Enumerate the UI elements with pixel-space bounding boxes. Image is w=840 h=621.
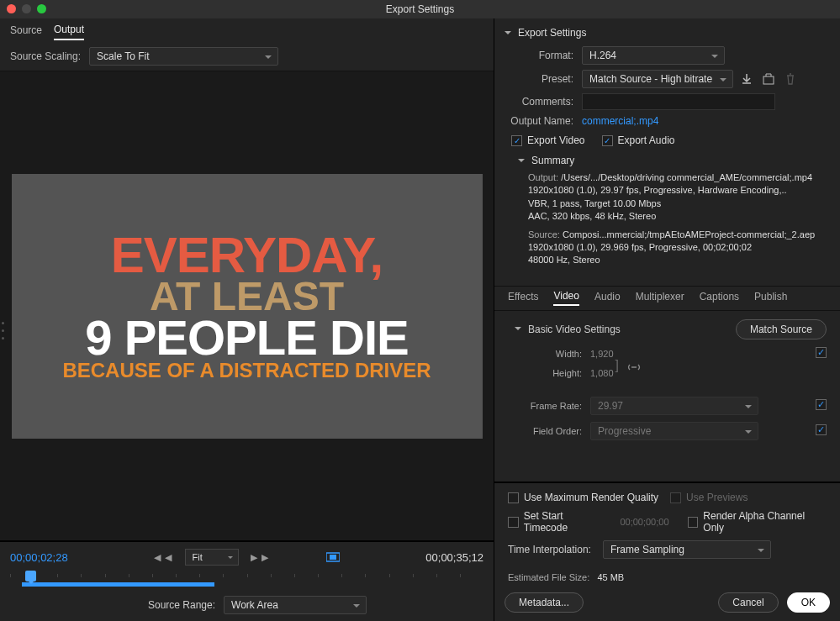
zoom-fit-dropdown[interactable]: Fit <box>185 549 239 566</box>
preview-area: EVERYDAY, AT LEAST 9 PEOPLE DIE BECAUSE … <box>0 71 494 540</box>
start-timecode-value: 00;00;00;00 <box>620 517 668 527</box>
window-title: Export Settings <box>386 3 454 15</box>
width-match-checkbox[interactable] <box>816 347 827 360</box>
aspect-ratio-icon[interactable] <box>326 550 340 564</box>
minimize-window-button <box>22 4 31 13</box>
summary-source-line3: 48000 Hz, Stereo <box>528 255 600 265</box>
export-settings-header[interactable]: Export Settings <box>494 18 840 44</box>
summary-source-line2: 1920x1080 (1.0), 29.969 fps, Progressive… <box>528 242 752 252</box>
summary-output-line1: /Users/.../Desktop/driving commercial_AM… <box>561 172 812 182</box>
tab-effects[interactable]: Effects <box>508 291 538 305</box>
output-name-label: Output Name: <box>505 115 582 127</box>
cancel-button[interactable]: Cancel <box>718 592 778 613</box>
summary-output-line2: 1920x1080 (1.0), 29.97 fps, Progressive,… <box>528 185 787 195</box>
height-label: Height: <box>510 368 590 378</box>
set-start-timecode-checkbox[interactable]: Set Start Timecode <box>508 510 608 534</box>
source-scaling-label: Source Scaling: <box>10 50 81 62</box>
frame-rate-label: Frame Rate: <box>510 401 590 411</box>
source-range-label: Source Range: <box>148 599 215 611</box>
field-order-dropdown[interactable]: Progressive <box>590 422 758 440</box>
current-timecode[interactable]: 00;00;02;28 <box>10 551 68 564</box>
field-order-label: Field Order: <box>510 426 590 436</box>
export-audio-checkbox[interactable]: Export Audio <box>602 134 675 146</box>
ok-button[interactable]: OK <box>787 592 830 613</box>
chevron-down-icon <box>515 327 521 334</box>
export-video-checkbox[interactable]: Export Video <box>511 134 585 146</box>
preview-text-line4: BECAUSE OF A DISTRACTED DRIVER <box>62 361 431 380</box>
metadata-button[interactable]: Metadata... <box>505 592 584 613</box>
link-dimensions-icon[interactable] <box>627 363 641 371</box>
maximize-window-button[interactable] <box>37 4 46 13</box>
close-window-button[interactable] <box>7 4 16 13</box>
time-interpolation-label: Time Interpolation: <box>508 544 591 555</box>
preview-text-line3: 9 PEOPLE DIE <box>62 315 431 360</box>
time-interpolation-dropdown[interactable]: Frame Sampling <box>603 540 771 559</box>
chevron-down-icon <box>505 31 511 38</box>
tab-multiplexer[interactable]: Multiplexer <box>636 291 684 305</box>
tab-audio[interactable]: Audio <box>594 291 621 305</box>
format-label: Format: <box>505 50 582 61</box>
width-label: Width: <box>510 349 590 359</box>
summary-output-line4: AAC, 320 kbps, 48 kHz, Stereo <box>528 211 656 221</box>
delete-preset-icon <box>784 72 797 86</box>
estimated-file-size-value: 45 MB <box>597 572 624 582</box>
estimated-file-size-label: Estimated File Size: <box>508 572 589 582</box>
comments-input[interactable] <box>582 93 775 110</box>
summary-source-line1: Composi...mmercial;/tmpAEtoAMEProject-co… <box>563 229 815 239</box>
field-order-match-checkbox[interactable] <box>816 424 827 438</box>
window-controls <box>7 4 46 13</box>
source-range-dropdown[interactable]: Work Area <box>224 596 367 614</box>
playhead[interactable] <box>25 571 36 582</box>
duration-timecode: 00;00;35;12 <box>425 551 483 564</box>
window-titlebar: Export Settings <box>0 0 840 18</box>
use-previews-checkbox: Use Previews <box>670 492 748 503</box>
source-scaling-dropdown[interactable]: Scale To Fit <box>89 47 278 66</box>
tab-publish[interactable]: Publish <box>754 291 787 305</box>
work-area-bar[interactable] <box>22 582 214 587</box>
import-preset-icon[interactable] <box>762 72 775 86</box>
preset-dropdown[interactable]: Match Source - High bitrate <box>582 70 733 88</box>
format-dropdown[interactable]: H.264 <box>582 46 725 65</box>
summary-header[interactable]: Summary <box>494 151 840 168</box>
render-alpha-checkbox[interactable]: Render Alpha Channel Only <box>688 510 827 534</box>
summary-output-line3: VBR, 1 pass, Target 10.00 Mbps <box>528 198 661 208</box>
summary-source-label: Source: <box>528 229 560 239</box>
timeline-panel: 00;00;02;28 ◀ ◀ Fit ▶ ▶ 00;00;35;12 <box>0 540 494 621</box>
output-name-link[interactable]: commercial;.mp4 <box>582 115 658 127</box>
timeline-track[interactable] <box>10 574 483 586</box>
comments-label: Comments: <box>505 96 582 108</box>
video-preview-frame: EVERYDAY, AT LEAST 9 PEOPLE DIE BECAUSE … <box>12 174 483 439</box>
save-preset-icon[interactable] <box>740 72 753 86</box>
prev-frame-buttons[interactable]: ◀ ◀ <box>154 552 172 563</box>
match-source-button[interactable]: Match Source <box>736 319 827 339</box>
use-max-quality-checkbox[interactable]: Use Maximum Render Quality <box>508 492 658 503</box>
basic-video-settings-label: Basic Video Settings <box>528 324 621 335</box>
tab-captions[interactable]: Captions <box>700 291 739 305</box>
frame-rate-match-checkbox[interactable] <box>816 399 827 413</box>
preset-label: Preset: <box>505 73 582 85</box>
tab-output[interactable]: Output <box>54 24 84 40</box>
resize-grip[interactable] <box>2 320 8 342</box>
tab-source[interactable]: Source <box>10 24 42 39</box>
summary-output-label: Output: <box>528 172 558 182</box>
svg-rect-1 <box>330 555 336 560</box>
preview-text-line1: EVERYDAY, <box>62 232 431 278</box>
tab-video[interactable]: Video <box>553 290 578 306</box>
svg-rect-2 <box>763 76 774 84</box>
chevron-down-icon <box>518 159 525 166</box>
next-frame-buttons[interactable]: ▶ ▶ <box>251 552 269 563</box>
frame-rate-dropdown[interactable]: 29.97 <box>590 397 758 415</box>
